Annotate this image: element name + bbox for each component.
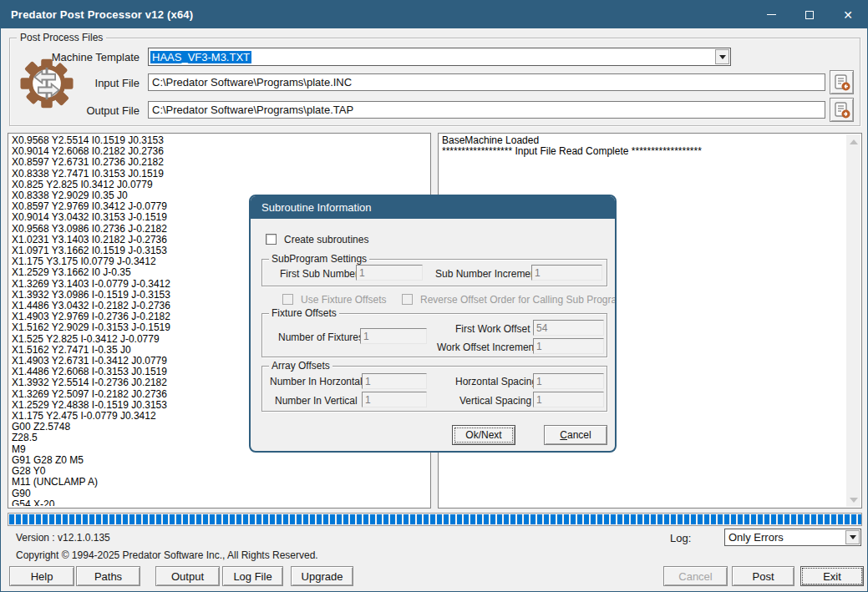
use-fixture-offsets-label: Use Fixture Offsets	[301, 294, 386, 306]
number-in-horzontal-label: Number In Horzontal	[270, 376, 363, 387]
progress-bar	[8, 513, 862, 526]
input-file-value: C:\Predator Software\Programs\plate.INC	[152, 76, 352, 89]
help-button-label: Help	[31, 570, 53, 583]
first-sub-number-value: 1	[359, 267, 365, 279]
log-file-button[interactable]: Log File	[222, 566, 283, 586]
horzontal-spacing-value: 1	[536, 376, 542, 387]
log-level-combobox[interactable]: Only Errors	[724, 529, 861, 546]
maximize-button[interactable]	[790, 1, 829, 28]
fixture-offsets-group-label: Fixture Offsets	[269, 307, 339, 319]
app-window: Predator Post Processor v12 (x64) ✕ Post…	[0, 0, 868, 592]
cancel-button-label: Cancel	[678, 570, 712, 583]
cancel-button[interactable]: Cancel	[663, 566, 728, 586]
dialog-title: Subroutine Information	[261, 201, 372, 214]
create-subroutines-checkbox[interactable]	[266, 234, 277, 245]
output-button[interactable]: Output	[155, 566, 220, 586]
scroll-up-icon	[850, 139, 858, 144]
scroll-up-button[interactable]	[846, 134, 860, 149]
subroutine-information-dialog: Subroutine Information Create subroutine…	[249, 195, 617, 453]
copyright-text: Copyright © 1994-2025 Predator Software …	[16, 549, 318, 561]
log-panel-scrollbar[interactable]	[846, 134, 860, 507]
use-fixture-offsets-checkbox[interactable]	[282, 294, 293, 305]
exit-button[interactable]: Exit	[800, 566, 864, 586]
chevron-down-icon	[719, 55, 726, 59]
number-in-horzontal-field[interactable]: 1	[362, 373, 427, 389]
sub-number-increment-label: Sub Number Increment	[435, 268, 539, 280]
log-label: Log:	[670, 532, 691, 544]
output-file-label: Output File	[1, 104, 140, 117]
post-button-label: Post	[752, 570, 774, 583]
horzontal-spacing-field[interactable]: 1	[533, 373, 604, 389]
document-export-icon	[833, 101, 851, 119]
number-in-vertical-field[interactable]: 1	[362, 392, 427, 407]
document-import-icon	[833, 73, 851, 92]
chevron-down-icon	[850, 535, 856, 539]
log-level-value: Only Errors	[725, 531, 784, 544]
paths-button-label: Paths	[94, 570, 122, 583]
maximize-icon	[805, 11, 814, 19]
horzontal-spacing-label: Horzontal Spacing	[455, 376, 537, 387]
number-of-fixtures-field[interactable]: 1	[360, 328, 427, 344]
output-file-field[interactable]: C:\Predator Software\Programs\plate.TAP	[148, 101, 825, 119]
machine-template-dropdown-button[interactable]	[715, 49, 729, 64]
input-file-field[interactable]: C:\Predator Software\Programs\plate.INC	[148, 73, 825, 91]
post-process-files-group-label: Post Process Files	[17, 32, 106, 43]
close-button[interactable]: ✕	[829, 1, 867, 28]
post-button[interactable]: Post	[732, 566, 794, 586]
scroll-down-icon	[850, 498, 858, 503]
first-sub-number-field[interactable]: 1	[356, 265, 423, 281]
input-file-browse-button[interactable]	[830, 70, 854, 94]
array-offsets-group-label: Array Offsets	[269, 360, 332, 372]
scroll-down-button[interactable]	[846, 493, 860, 507]
number-in-vertical-value: 1	[365, 394, 371, 406]
number-in-vertical-label: Number In Vertical	[275, 395, 358, 407]
progress-bar-fill	[9, 514, 862, 524]
ok-next-button-label: Ok/Next	[465, 429, 501, 441]
number-of-fixtures-label: Number of Fixtures	[278, 331, 363, 343]
close-icon: ✕	[843, 9, 853, 21]
dialog-title-bar: Subroutine Information	[251, 196, 615, 219]
minimize-button[interactable]	[752, 1, 790, 28]
vertical-spacing-value: 1	[536, 394, 542, 406]
output-button-label: Output	[171, 570, 204, 583]
sub-number-increment-value: 1	[535, 267, 541, 279]
output-file-value: C:\Predator Software\Programs\plate.TAP	[152, 104, 353, 116]
work-offset-increment-field[interactable]: 1	[533, 338, 604, 354]
number-in-horzontal-value: 1	[365, 376, 371, 387]
sub-number-increment-field[interactable]: 1	[531, 265, 602, 281]
first-sub-number-label: First Sub Number	[280, 268, 358, 280]
first-work-offset-field[interactable]: 54	[533, 320, 604, 336]
reverse-offset-order-checkbox[interactable]	[402, 294, 413, 305]
vertical-spacing-field[interactable]: 1	[533, 392, 604, 407]
vertical-spacing-label: Vertical Spacing	[459, 395, 531, 407]
upgrade-button-label: Upgrade	[302, 570, 343, 583]
first-work-offset-value: 54	[536, 322, 547, 334]
work-offset-increment-label: Work Offset Increment	[437, 342, 537, 353]
log-level-dropdown-button[interactable]	[845, 530, 860, 544]
machine-template-combobox[interactable]: HAAS_VF3-M3.TXT	[148, 48, 731, 66]
window-title: Predator Post Processor v12 (x64)	[1, 8, 193, 21]
title-bar: Predator Post Processor v12 (x64) ✕	[1, 1, 867, 28]
machine-template-value: HAAS_VF3-M3.TXT	[150, 51, 251, 63]
minimize-icon	[767, 14, 776, 15]
machine-template-label: Machine Template	[1, 51, 140, 63]
exit-button-label: Exit	[823, 570, 841, 583]
create-subroutines-label: Create subroutines	[284, 234, 368, 245]
input-file-label: Input File	[1, 77, 140, 89]
log-file-button-label: Log File	[233, 570, 272, 583]
reverse-offset-order-label: Reverse Offset Order for Calling Sub Pro…	[420, 294, 617, 306]
dialog-cancel-button[interactable]: Cancel	[544, 425, 607, 445]
dialog-cancel-button-label: Cancel	[560, 429, 591, 441]
help-button[interactable]: Help	[9, 566, 74, 586]
work-offset-increment-value: 1	[536, 341, 542, 352]
upgrade-button[interactable]: Upgrade	[291, 566, 353, 586]
number-of-fixtures-value: 1	[363, 331, 369, 342]
ok-next-button[interactable]: Ok/Next	[452, 425, 515, 445]
paths-button[interactable]: Paths	[76, 566, 140, 586]
subprogram-settings-group-label: SubProgram Settings	[269, 253, 369, 265]
version-text: Version : v12.1.0.135	[16, 532, 110, 544]
output-file-browse-button[interactable]	[830, 98, 854, 122]
first-work-offset-label: First Work Offset	[455, 323, 530, 335]
